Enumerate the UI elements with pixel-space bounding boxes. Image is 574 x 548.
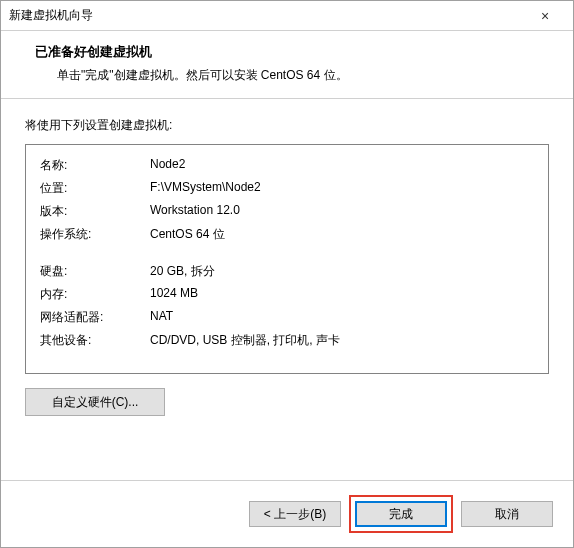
settings-value: Workstation 12.0 — [150, 203, 534, 220]
settings-value: CD/DVD, USB 控制器, 打印机, 声卡 — [150, 332, 534, 349]
settings-label: 操作系统: — [40, 226, 150, 243]
highlight-annotation: 完成 — [349, 495, 453, 533]
settings-label: 位置: — [40, 180, 150, 197]
cancel-button[interactable]: 取消 — [461, 501, 553, 527]
settings-value: 1024 MB — [150, 286, 534, 303]
settings-value: 20 GB, 拆分 — [150, 263, 534, 280]
header-section: 已准备好创建虚拟机 单击"完成"创建虚拟机。然后可以安装 CentOS 64 位… — [1, 31, 573, 99]
content-area: 将使用下列设置创建虚拟机: 名称: Node2 位置: F:\VMSystem\… — [1, 99, 573, 480]
settings-label: 名称: — [40, 157, 150, 174]
intro-text: 将使用下列设置创建虚拟机: — [25, 117, 549, 134]
settings-label: 内存: — [40, 286, 150, 303]
settings-row: 其他设备: CD/DVD, USB 控制器, 打印机, 声卡 — [40, 332, 534, 349]
settings-value: CentOS 64 位 — [150, 226, 534, 243]
close-button[interactable]: × — [525, 2, 565, 30]
header-title: 已准备好创建虚拟机 — [35, 43, 553, 61]
close-icon: × — [541, 8, 549, 24]
settings-row: 名称: Node2 — [40, 157, 534, 174]
settings-row: 操作系统: CentOS 64 位 — [40, 226, 534, 243]
footer-buttons: < 上一步(B) 完成 取消 — [1, 480, 573, 547]
header-subtitle: 单击"完成"创建虚拟机。然后可以安装 CentOS 64 位。 — [57, 67, 553, 84]
settings-row: 内存: 1024 MB — [40, 286, 534, 303]
settings-label: 版本: — [40, 203, 150, 220]
settings-value: F:\VMSystem\Node2 — [150, 180, 534, 197]
settings-label: 网络适配器: — [40, 309, 150, 326]
settings-gap — [40, 249, 534, 263]
finish-button[interactable]: 完成 — [355, 501, 447, 527]
settings-row: 位置: F:\VMSystem\Node2 — [40, 180, 534, 197]
settings-row: 版本: Workstation 12.0 — [40, 203, 534, 220]
customize-hardware-button[interactable]: 自定义硬件(C)... — [25, 388, 165, 416]
settings-summary-box: 名称: Node2 位置: F:\VMSystem\Node2 版本: Work… — [25, 144, 549, 374]
back-button[interactable]: < 上一步(B) — [249, 501, 341, 527]
settings-row: 硬盘: 20 GB, 拆分 — [40, 263, 534, 280]
settings-label: 其他设备: — [40, 332, 150, 349]
settings-row: 网络适配器: NAT — [40, 309, 534, 326]
settings-label: 硬盘: — [40, 263, 150, 280]
settings-value: Node2 — [150, 157, 534, 174]
wizard-window: 新建虚拟机向导 × 已准备好创建虚拟机 单击"完成"创建虚拟机。然后可以安装 C… — [0, 0, 574, 548]
titlebar: 新建虚拟机向导 × — [1, 1, 573, 31]
window-title: 新建虚拟机向导 — [9, 7, 93, 24]
settings-value: NAT — [150, 309, 534, 326]
